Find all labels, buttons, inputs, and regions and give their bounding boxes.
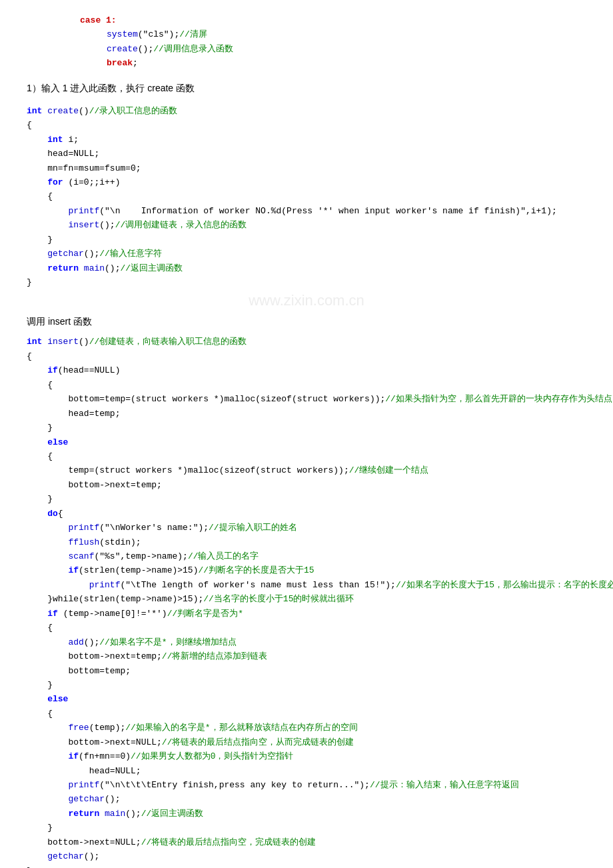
create-function-code: int create()//录入职工信息的函数 { int i; head=NU…: [27, 104, 586, 290]
section2-title: 调用 insert 函数: [27, 316, 586, 328]
section1-description: 1）输入 1 进入此函数，执行 create 函数: [27, 83, 586, 95]
code-content: case 1: system("cls");//清屏 create();//调用…: [27, 13, 586, 71]
watermark-area: www.zixin.com.cn: [27, 292, 586, 309]
insert-function-code: int insert()//创建链表，向链表输入职工信息的函数 { if(hea…: [27, 335, 586, 868]
